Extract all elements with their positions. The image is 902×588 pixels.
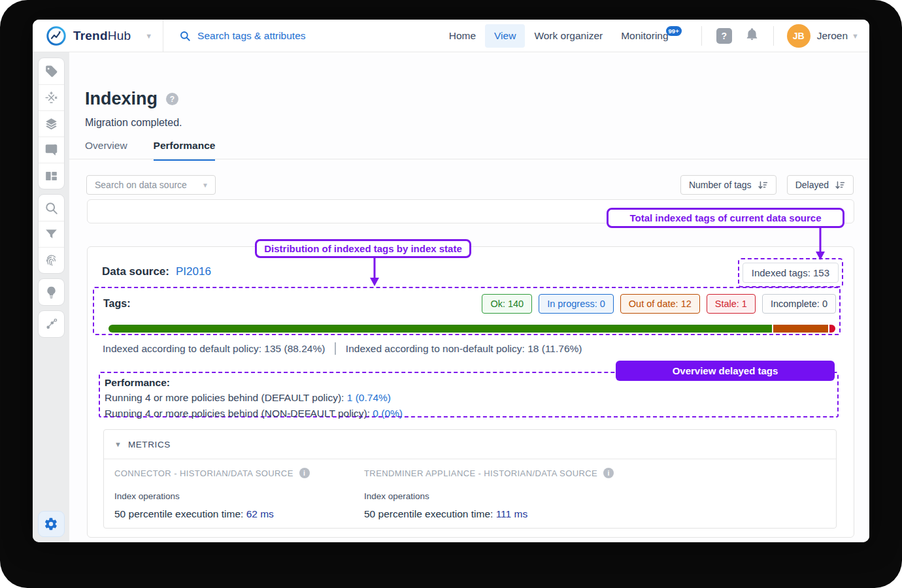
datasource-label: Data source: (102, 265, 169, 278)
comment-icon (44, 143, 58, 157)
indexed-tags-count: Indexed tags: 153 (743, 263, 839, 283)
search-datasource-select[interactable]: Search on data source ▼ (86, 175, 216, 195)
filter-icon (44, 227, 58, 241)
divider (701, 26, 702, 46)
sidebar-item-fingerprint[interactable] (39, 247, 64, 273)
info-icon[interactable]: i (299, 468, 310, 478)
tab-overview[interactable]: Overview (85, 140, 127, 161)
sort-icon (758, 180, 768, 190)
performance-default-value[interactable]: 1 (0.74%) (347, 392, 391, 403)
migration-status-text: Migration completed. (85, 117, 182, 129)
performance-non-default-value[interactable]: 0 (0%) (373, 408, 403, 419)
top-navbar: TrendHub ▼ Search tags & attributes Home… (33, 20, 869, 52)
help-icon[interactable]: ? (716, 28, 732, 44)
left-sidebar (33, 52, 69, 542)
annotation-arrow-down (368, 258, 381, 287)
policy-default-text: Indexed according to default policy: 135… (103, 343, 325, 355)
annotation-indexed-tags-highlight: Indexed tags: 153 (738, 258, 843, 287)
user-avatar[interactable]: JB (787, 24, 810, 48)
badge-stale[interactable]: Stale: 1 (707, 294, 756, 314)
sidebar-group-search (38, 194, 65, 274)
performance-row-default: Running 4 or more policies behind (DEFAU… (105, 390, 837, 406)
lightbulb-icon (44, 286, 58, 299)
app-title: TrendHub (73, 29, 131, 43)
navbar-right: Home View Work organizer Monitoring99+ ?… (440, 24, 869, 48)
layout-icon (44, 169, 58, 183)
metrics-column-appliance: TRENDMINER APPLIANCE - HISTORIAN/DATA SO… (364, 468, 614, 520)
datasource-card: Data source: PI2016 Indexed tags: 153 Ta… (87, 246, 854, 538)
metrics-value-row: 50 percentile execution time: 62 ms (114, 508, 310, 520)
annotation-tags-highlight: Tags: Ok: 140 In progress: 0 Out of date… (93, 287, 841, 335)
metrics-value-row: 50 percentile execution time: 111 ms (364, 508, 614, 520)
sidebar-item-search[interactable] (39, 195, 64, 221)
tags-label: Tags: (103, 298, 130, 310)
sidebar-item-tags[interactable] (39, 58, 64, 84)
sidebar-item-layers[interactable] (39, 110, 64, 137)
sort-number-of-tags-button[interactable]: Number of tags (680, 175, 777, 195)
graph-icon (44, 318, 58, 331)
notifications-bell-icon[interactable] (745, 27, 759, 44)
page-help-icon[interactable]: ? (166, 93, 178, 105)
annotation-distribution: Distribution of indexed tags by index st… (255, 239, 471, 258)
divider (335, 342, 336, 355)
policy-summary: Indexed according to default policy: 135… (103, 342, 582, 355)
bar-segment-stale (829, 325, 835, 333)
sidebar-group-recommendations (38, 278, 65, 306)
metrics-heading: METRICS (128, 440, 171, 449)
user-menu-chevron-down-icon[interactable]: ▼ (852, 32, 859, 40)
policy-non-default-text: Indexed according to non-default policy:… (346, 343, 582, 355)
annotation-overview-delayed: Overview delayed tags (616, 361, 835, 381)
index-state-badges: Ok: 140 In progress: 0 Out of date: 12 S… (482, 294, 836, 314)
fingerprint-icon (44, 253, 58, 267)
logo-chevron-down-icon[interactable]: ▼ (145, 32, 152, 40)
index-state-bar (109, 325, 835, 333)
info-icon[interactable]: i (603, 468, 614, 478)
nav-item-work-organizer[interactable]: Work organizer (525, 24, 612, 48)
sidebar-item-context-graph[interactable] (39, 311, 64, 337)
sidebar-item-insights[interactable] (39, 279, 64, 305)
badge-out-of-date[interactable]: Out of date: 12 (620, 294, 700, 314)
sidebar-item-formulas[interactable] (39, 84, 64, 110)
app-window: TrendHub ▼ Search tags & attributes Home… (33, 20, 869, 542)
annotation-total-indexed: Total indexed tags of current data sourc… (607, 208, 844, 228)
metrics-group-label: Index operations (114, 491, 310, 501)
chevron-down-icon: ▼ (114, 440, 122, 448)
metrics-group-label: Index operations (364, 491, 614, 501)
nav-item-view[interactable]: View (485, 24, 525, 48)
logo-area[interactable]: TrendHub ▼ (33, 20, 163, 52)
select-chevron-down-icon: ▼ (202, 182, 209, 189)
nav-item-home[interactable]: Home (440, 24, 485, 48)
bar-segment-out-of-date (773, 325, 827, 333)
layers-icon (44, 117, 58, 131)
tabs-divider (69, 159, 869, 159)
performance-row-non-default: Running 4 or more policies behind (NON-D… (105, 406, 837, 421)
sidebar-item-settings[interactable] (38, 511, 65, 537)
nav-item-monitoring[interactable]: Monitoring99+ (612, 24, 693, 48)
tab-bar: Overview Performance (85, 140, 215, 161)
global-search-placeholder: Search tags & attributes (197, 30, 305, 42)
sidebar-item-dashboards[interactable] (39, 163, 64, 189)
metrics-collapse-header[interactable]: ▼ METRICS (104, 430, 836, 459)
sidebar-item-comments[interactable] (39, 137, 64, 163)
tag-icon (44, 65, 58, 78)
global-search[interactable]: Search tags & attributes (163, 30, 305, 42)
badge-in-progress[interactable]: In progress: 0 (539, 294, 614, 314)
search-icon (179, 30, 191, 42)
sidebar-group-context (38, 310, 65, 338)
search-datasource-placeholder: Search on data source (95, 180, 187, 190)
divider (773, 26, 774, 46)
tab-performance[interactable]: Performance (154, 140, 216, 161)
sidebar-item-filter[interactable] (39, 221, 64, 247)
badge-ok[interactable]: Ok: 140 (482, 294, 532, 314)
main-content: Indexing ? Migration completed. Overview… (69, 52, 869, 542)
monitoring-badge: 99+ (666, 26, 682, 36)
formula-icon (44, 91, 58, 105)
sidebar-group-data (38, 57, 65, 189)
annotation-arrow-down (814, 228, 827, 261)
sort-icon (835, 180, 845, 190)
page-title: Indexing (85, 89, 158, 109)
sort-delayed-button[interactable]: Delayed (787, 175, 854, 195)
badge-incomplete[interactable]: Incomplete: 0 (762, 294, 836, 314)
datasource-name-link[interactable]: PI2016 (176, 265, 211, 278)
user-name[interactable]: Jeroen (817, 30, 848, 42)
